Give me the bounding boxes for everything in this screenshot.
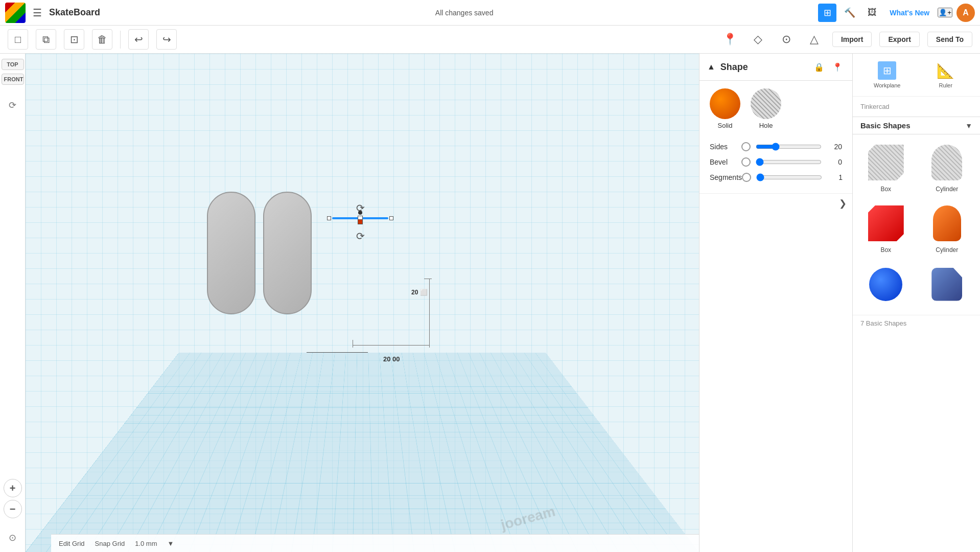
gallery-button[interactable]: 🖼 xyxy=(863,4,881,22)
shape-orange-selected[interactable]: ⟳ ⟳ xyxy=(332,217,388,319)
app-title: SkateBoard xyxy=(49,7,100,18)
bottom-bar: Edit Grid Snap Grid 1.0 mm ▼ xyxy=(51,534,699,552)
align-icon-button[interactable]: ◇ xyxy=(748,29,768,50)
redo-button[interactable]: ↪ xyxy=(156,29,177,50)
cylinder-gray-3d-icon xyxy=(926,142,967,183)
delete-button[interactable]: 🗑 xyxy=(92,29,112,50)
dropdown-arrow-icon: ▼ xyxy=(965,122,972,130)
sphere-blue-3d-icon xyxy=(866,264,906,305)
dim-line-v xyxy=(429,279,430,345)
box-gray-3d-icon xyxy=(866,142,906,183)
rotation-arrow-top: ⟳ xyxy=(356,202,365,214)
shapes-grid: Box Cylinder Box Cylinder xyxy=(853,134,980,315)
snap-icon-button[interactable]: 📍 xyxy=(720,29,740,50)
zoom-out-button[interactable]: − xyxy=(4,500,22,518)
segments-row: Segments 1 xyxy=(710,173,842,182)
orbit-button[interactable]: ⟳ xyxy=(4,96,22,114)
partial-3d-icon xyxy=(926,264,967,305)
shape-panel: ▲ Shape 🔒 📍 Solid Hole Sides xyxy=(699,54,852,552)
ruler-tool[interactable]: 📐 Ruler xyxy=(917,59,975,91)
shape-panel-toggle[interactable]: ▲ xyxy=(707,62,715,72)
solid-label: Solid xyxy=(718,122,733,129)
shape-card-box-red[interactable]: Box xyxy=(858,200,914,256)
hammer-button[interactable]: 🔨 xyxy=(841,4,859,22)
zoom-in-button[interactable]: + xyxy=(4,479,22,497)
bevel-circle-icon xyxy=(741,157,751,167)
library-header: Tinkercad xyxy=(853,97,980,117)
sides-slider[interactable] xyxy=(756,143,822,151)
cylinder-gray-label: Cylinder xyxy=(936,186,958,193)
solid-hole-selector: Solid Hole xyxy=(699,81,852,137)
group-icon-button[interactable]: ⊙ xyxy=(776,29,797,50)
lock-icon-button[interactable]: 🔒 xyxy=(812,60,826,74)
new-button[interactable]: □ xyxy=(8,29,28,50)
shape-right[interactable] xyxy=(263,192,312,314)
send-to-button[interactable]: Send To xyxy=(927,32,972,47)
bevel-row: Bevel 0 xyxy=(710,157,842,167)
fit-view-button[interactable]: ⊙ xyxy=(4,528,22,547)
bevel-slider[interactable] xyxy=(756,158,822,166)
shape-card-cylinder-orange[interactable]: Cylinder xyxy=(919,200,975,256)
handle-mid-right[interactable] xyxy=(389,216,393,220)
hole-option[interactable]: Hole xyxy=(751,88,781,129)
solid-option[interactable]: Solid xyxy=(710,88,740,129)
sides-circle-icon xyxy=(741,142,751,151)
segments-circle-icon xyxy=(742,173,751,182)
workplane-tool[interactable]: ⊞ Workplane xyxy=(858,59,917,91)
workplane-ruler-bar: ⊞ Workplane 📐 Ruler xyxy=(853,54,980,97)
view-top-button[interactable]: TOP xyxy=(2,59,24,70)
dimension-label-bottom: 20 00 xyxy=(383,355,400,363)
viewport[interactable]: ⟳ ⟳ 20 00 20 ⬜ jooream Edit Grid Snap Gr… xyxy=(26,54,699,552)
cylinder-orange-3d-icon xyxy=(926,203,967,244)
mirror-icon-button[interactable]: △ xyxy=(804,29,825,50)
app-logo[interactable] xyxy=(5,3,26,23)
copy-button[interactable]: ⧉ xyxy=(36,29,56,50)
rounded-rect-right xyxy=(263,192,312,314)
location-icon-button[interactable]: 📍 xyxy=(830,60,845,74)
shape-panel-icons: 🔒 📍 xyxy=(812,60,845,74)
edit-grid-button[interactable]: Edit Grid xyxy=(59,540,85,547)
grid-view-button[interactable]: ⊞ xyxy=(818,4,836,22)
solid-circle xyxy=(710,88,740,119)
sides-label: Sides xyxy=(710,143,741,151)
panel-expand-button[interactable]: ❯ xyxy=(835,196,850,211)
bevel-label: Bevel xyxy=(710,158,741,166)
dim-line-top xyxy=(424,279,432,279)
box-red-3d-icon xyxy=(866,203,906,244)
undo-button[interactable]: ↩ xyxy=(128,29,149,50)
left-sidebar: TOP FRONT ⟳ + − ⊙ xyxy=(0,54,26,552)
shape-card-box-gray[interactable]: Box xyxy=(858,140,914,195)
shape-card-partial[interactable] xyxy=(919,261,975,310)
segments-slider[interactable] xyxy=(756,173,822,181)
export-button[interactable]: Export xyxy=(879,32,919,47)
properties-section: Sides 20 Bevel 0 Segments xyxy=(699,137,852,194)
snap-arrow: ▼ xyxy=(167,540,174,547)
handle-mid-left[interactable] xyxy=(327,216,331,220)
shape-left[interactable] xyxy=(207,192,255,314)
user-avatar[interactable]: A xyxy=(956,4,975,22)
library-dropdown-label: Basic Shapes xyxy=(860,121,963,130)
dim-line-left xyxy=(353,340,353,348)
toolbar-separator xyxy=(120,31,121,49)
segments-value: 1 xyxy=(827,173,843,181)
ruler-label: Ruler xyxy=(939,82,952,88)
rounded-rect-left xyxy=(207,192,255,314)
handle-bottom[interactable] xyxy=(358,219,363,224)
import-button[interactable]: Import xyxy=(832,32,872,47)
orange-capsule xyxy=(332,217,388,219)
bevel-slider-container: 0 xyxy=(741,157,842,167)
shape-card-sphere-blue[interactable] xyxy=(858,261,914,310)
shape-card-cylinder-gray[interactable]: Cylinder xyxy=(919,140,975,195)
rotation-arrow-bottom: ⟳ xyxy=(356,230,365,242)
main-content: TOP FRONT ⟳ + − ⊙ xyxy=(0,54,980,552)
topbar: ☰ SkateBoard All changes saved ⊞ 🔨 🖼 Wha… xyxy=(0,0,980,26)
add-user-button[interactable]: 👤+ xyxy=(938,8,952,17)
whats-new-button[interactable]: What's New xyxy=(885,9,934,17)
menu-icon[interactable]: ☰ xyxy=(31,7,44,19)
toolbar: □ ⧉ ⊡ 🗑 ↩ ↪ 📍 ◇ ⊙ △ Import Export Send T… xyxy=(0,26,980,54)
library-dropdown[interactable]: Basic Shapes ▼ xyxy=(853,117,980,134)
library-count: 7 Basic Shapes xyxy=(853,315,980,331)
paste-button[interactable]: ⊡ xyxy=(64,29,84,50)
shape-panel-title: Shape xyxy=(720,62,807,73)
view-front-button[interactable]: FRONT xyxy=(2,74,24,85)
